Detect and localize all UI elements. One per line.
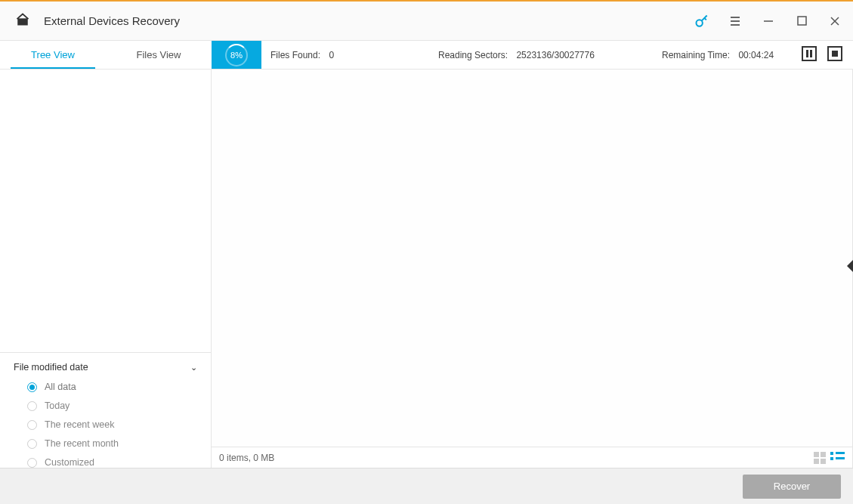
filter-option-recent-week[interactable]: The recent week <box>27 419 197 430</box>
file-list-area <box>212 70 852 447</box>
status-reading-sectors: Reading Sectors: 2523136/30027776 <box>438 50 595 60</box>
filter-section: File modified date ⌄ All data Today The … <box>0 352 211 468</box>
svg-rect-5 <box>798 17 806 25</box>
titlebar: External Devices Recovery <box>0 0 853 41</box>
svg-point-0 <box>697 20 703 26</box>
filter-heading-label: File modified date <box>14 362 88 373</box>
progress-percent: 8% <box>230 51 243 60</box>
filter-option-recent-month[interactable]: The recent month <box>27 438 197 449</box>
maximize-button[interactable] <box>793 12 811 30</box>
page-title: External Devices Recovery <box>44 14 180 27</box>
content-footer: 0 items, 0 MB <box>212 447 852 468</box>
close-button[interactable] <box>826 12 844 30</box>
chevron-down-icon: ⌄ <box>190 363 197 373</box>
selection-summary: 0 items, 0 MB <box>219 453 274 463</box>
stop-button[interactable] <box>827 46 842 61</box>
filter-option-today[interactable]: Today <box>27 400 197 411</box>
home-icon[interactable] <box>15 12 30 30</box>
menu-icon[interactable] <box>726 12 744 30</box>
side-panel-handle[interactable] <box>845 260 853 275</box>
footer: Recover <box>0 468 853 504</box>
tabbar: Tree View Files View 8% Files Found: 0 R… <box>0 41 853 70</box>
status-files-found: Files Found: 0 <box>270 50 334 60</box>
scan-progress: 8% <box>212 41 261 69</box>
list-view-button[interactable] <box>830 452 845 464</box>
minimize-button[interactable] <box>759 12 777 30</box>
filter-option-customized[interactable]: Customized <box>27 457 197 468</box>
recover-button[interactable]: Recover <box>743 475 841 499</box>
filter-option-all-data[interactable]: All data <box>27 382 197 392</box>
tab-files-view[interactable]: Files View <box>106 41 212 69</box>
content-area: 0 items, 0 MB <box>212 70 853 468</box>
tab-tree-view[interactable]: Tree View <box>0 41 106 69</box>
sidebar: File modified date ⌄ All data Today The … <box>0 70 212 468</box>
status-remaining-time: Remaining Time: 00:04:24 <box>662 50 774 60</box>
grid-view-button[interactable] <box>814 452 826 464</box>
key-icon[interactable] <box>693 12 711 30</box>
filter-header[interactable]: File modified date ⌄ <box>14 362 197 373</box>
pause-button[interactable] <box>802 46 817 61</box>
tree-area <box>0 70 211 352</box>
